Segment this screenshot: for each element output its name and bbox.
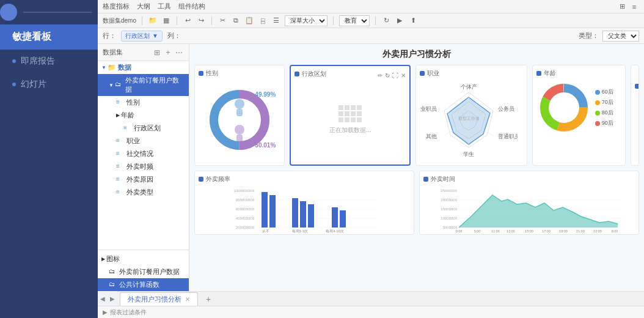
tree-node-freq[interactable]: ≡ 外卖时频 xyxy=(98,160,189,173)
dashboard-canvas: 外卖用户习惯分析 性别 xyxy=(189,44,644,291)
menu-outline[interactable]: 大纲 xyxy=(137,2,150,11)
undo-icon[interactable]: ↩ xyxy=(183,16,192,26)
tab-close-icon[interactable]: ✕ xyxy=(185,296,190,303)
tree-panel: 数据集 ⊞ + ⋯ ▼ 📁 数据 ▼ 🗂 外卖前订餐用户数据 xyxy=(98,44,189,291)
freq-bar-7 xyxy=(340,210,346,227)
tree-label-occupation: 职业 xyxy=(126,136,140,146)
tab-add-btn[interactable]: + xyxy=(198,292,219,306)
occupation-radar-svg: 个体产 公务员 普通职员 学生 其他 企业职员 新型工作者 xyxy=(420,80,518,166)
paste-icon[interactable]: 📋 xyxy=(244,16,254,26)
age-90-label: 90后 xyxy=(602,119,613,127)
tree-header-label: 数据集 xyxy=(103,48,123,57)
tab-nav-left[interactable]: ◀ xyxy=(98,294,108,303)
tree-node-type[interactable]: ≡ 外卖类型 xyxy=(98,186,189,199)
toolbar-sep-2 xyxy=(177,17,177,25)
menu-tools[interactable]: 工具 xyxy=(158,2,171,11)
tree-node-root[interactable]: ▼ 📁 数据 xyxy=(98,61,189,74)
tree-node-social[interactable]: ≡ 社交情况 xyxy=(98,147,189,160)
lc6 xyxy=(345,111,349,116)
tree-spacer xyxy=(98,199,189,250)
size-select[interactable]: 深草大小 xyxy=(285,15,327,26)
occupation-title-dot xyxy=(420,71,425,76)
filter-bar-triangle[interactable]: ▶ xyxy=(103,309,108,316)
tree-node-region[interactable]: ≡ 行政区划 xyxy=(98,122,189,135)
time-x3: 11:00 xyxy=(491,229,500,233)
age-70-label: 70后 xyxy=(602,98,613,106)
sidebar-logo xyxy=(0,0,98,24)
redo-icon[interactable]: ↪ xyxy=(196,16,206,26)
menu-bar: 格度指标 大纲 工具 组件结构 ⊞ ≡ xyxy=(98,0,644,13)
tree-label-takeout2: 外卖前订餐用户数据 xyxy=(119,267,180,276)
align-icon[interactable]: ☰ xyxy=(271,16,281,26)
male-pct: 49.99% xyxy=(255,91,276,98)
menubar-right: ⊞ ≡ xyxy=(617,2,639,12)
radar-label-5: 其他 xyxy=(426,133,437,139)
toolbar-sep-5 xyxy=(375,17,376,25)
age-chart-container: 60后 70后 80后 xyxy=(536,80,621,135)
filter-ad-text: 行政区划 xyxy=(125,32,150,40)
content-area: 数据集 ⊞ + ⋯ ▼ 📁 数据 ▼ 🗂 外卖前订餐用户数据 xyxy=(98,44,644,291)
sidebar-item-dashboard[interactable]: 敏捷看板 xyxy=(0,24,98,50)
lc8 xyxy=(357,111,362,116)
gender-chart-title: 性别 xyxy=(199,69,280,78)
menu-components[interactable]: 组件结构 xyxy=(178,2,205,11)
tree-node-public[interactable]: 🗂 公共计算函数 xyxy=(98,278,189,291)
region-expand-icon[interactable]: ⛶ xyxy=(392,72,398,79)
chart-grid-top: 性别 xyxy=(194,65,639,166)
type-select[interactable]: 父文类 xyxy=(602,31,639,42)
frequency-title-dot xyxy=(199,177,203,182)
cut-icon[interactable]: ✂ xyxy=(218,16,227,26)
grid-icon[interactable]: ⊞ xyxy=(617,2,627,12)
freq-bar-6 xyxy=(332,207,338,227)
time-x7: 19:00 xyxy=(559,229,568,233)
loading-grid xyxy=(338,105,362,122)
gender-title-text: 性别 xyxy=(206,69,218,78)
tree-node-gender[interactable]: ≡ 性别 xyxy=(98,96,189,109)
tree-node-reason[interactable]: ≡ 外卖原因 xyxy=(98,173,189,186)
lc5 xyxy=(338,111,343,116)
freq-bar-5 xyxy=(308,204,314,227)
radar-label-3: 普通职员 xyxy=(498,133,518,139)
copy-icon[interactable]: ⧉ xyxy=(231,16,241,26)
tree-menu-btn[interactable]: ⋯ xyxy=(174,48,184,57)
tab-item-main[interactable]: 外卖用户习惯分析 ✕ xyxy=(120,292,198,306)
sidebar-item-report[interactable]: 即席报告 xyxy=(0,50,98,73)
sidebar-item-slides[interactable]: 幻灯片 xyxy=(0,73,98,96)
tree-node-icon-group[interactable]: ▶ 图标 xyxy=(98,253,189,265)
tree-node-occupation[interactable]: ≡ 职业 xyxy=(98,135,189,147)
tree-add-btn[interactable]: + xyxy=(163,48,173,57)
folder-icon[interactable]: 📁 xyxy=(148,16,158,26)
age-donut-svg xyxy=(536,80,591,135)
freq-y1: 1000000000 xyxy=(234,189,255,193)
region-card-actions: ✏ ↻ ⛶ ✕ xyxy=(378,72,406,79)
region-edit-icon[interactable]: ✏ xyxy=(378,72,382,79)
gender-donut-container: 49.99% 50.01% xyxy=(199,80,280,160)
preview-icon[interactable]: ▶ xyxy=(395,16,404,26)
format-icon[interactable]: ⌸ xyxy=(258,16,268,26)
tree-doc-icon-region: ≡ xyxy=(123,124,132,133)
sidebar-dot-slides xyxy=(12,83,16,86)
tree-expand-btn[interactable]: ⊞ xyxy=(152,48,162,57)
frequency-title-text: 外卖频率 xyxy=(206,175,230,183)
export-icon[interactable]: ⬆ xyxy=(408,16,418,26)
region-loading: 正在加载数据... xyxy=(295,83,406,157)
refresh-icon[interactable]: ↻ xyxy=(381,16,391,26)
region-refresh-icon[interactable]: ↻ xyxy=(385,72,390,79)
time-x1: 0:00 xyxy=(456,229,463,233)
tree-node-takeout[interactable]: ▼ 🗂 外卖前订餐用户数据 xyxy=(98,74,189,96)
filter-row-label: 行： xyxy=(103,31,116,40)
menu-gedu[interactable]: 格度指标 xyxy=(103,2,130,11)
filter-ad-dropdown[interactable]: ▼ xyxy=(152,32,158,39)
tree-node-takeout2[interactable]: 🗂 外卖前订餐用户数据 xyxy=(98,265,189,278)
tab-nav-right[interactable]: ▶ xyxy=(108,294,117,303)
frequency-chart-svg: 1000000000 800000000 600000000 400000000… xyxy=(199,186,410,235)
region-chart-title: 行政区划 xyxy=(295,70,326,78)
list-icon[interactable]: ≡ xyxy=(629,2,639,12)
tree-node-age[interactable]: ▶ 年龄 xyxy=(98,109,189,122)
grid2-icon[interactable]: ▦ xyxy=(161,16,171,26)
edu-select[interactable]: 教育 xyxy=(339,15,370,26)
lc3 xyxy=(351,105,356,110)
tree-doc-icon-type: ≡ xyxy=(116,188,125,197)
filter-ad-tag[interactable]: 行政区划 ▼ xyxy=(121,31,163,42)
region-close-icon[interactable]: ✕ xyxy=(401,72,406,79)
